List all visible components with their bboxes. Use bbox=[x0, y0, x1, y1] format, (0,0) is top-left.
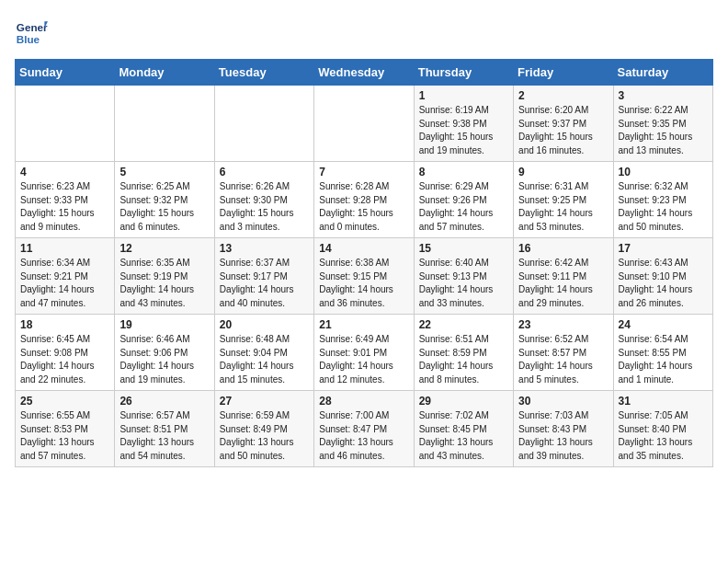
day-info: Sunrise: 6:31 AM Sunset: 9:25 PM Dayligh… bbox=[518, 180, 608, 234]
day-info: Sunrise: 6:29 AM Sunset: 9:26 PM Dayligh… bbox=[419, 180, 508, 234]
day-number: 24 bbox=[619, 318, 708, 331]
day-header-wednesday: Wednesday bbox=[314, 60, 414, 86]
logo: General Blue bbox=[15, 15, 51, 48]
day-info: Sunrise: 6:55 AM Sunset: 8:53 PM Dayligh… bbox=[20, 409, 109, 463]
day-number: 6 bbox=[220, 166, 309, 178]
calendar-cell: 20Sunrise: 6:48 AM Sunset: 9:04 PM Dayli… bbox=[214, 315, 313, 391]
calendar-cell: 26Sunrise: 6:57 AM Sunset: 8:51 PM Dayli… bbox=[115, 391, 214, 467]
day-header-friday: Friday bbox=[514, 60, 613, 86]
calendar-cell: 1Sunrise: 6:19 AM Sunset: 9:38 PM Daylig… bbox=[414, 86, 513, 162]
day-number: 3 bbox=[619, 89, 708, 102]
day-number: 10 bbox=[619, 166, 708, 178]
day-number: 12 bbox=[119, 242, 209, 255]
day-info: Sunrise: 6:43 AM Sunset: 9:10 PM Dayligh… bbox=[619, 257, 708, 310]
day-number: 18 bbox=[20, 318, 109, 331]
svg-text:Blue: Blue bbox=[17, 33, 40, 45]
day-info: Sunrise: 6:48 AM Sunset: 9:04 PM Dayligh… bbox=[220, 333, 309, 386]
day-number: 21 bbox=[319, 318, 408, 331]
calendar-cell: 18Sunrise: 6:45 AM Sunset: 9:08 PM Dayli… bbox=[16, 315, 115, 391]
day-number: 26 bbox=[119, 395, 209, 408]
day-info: Sunrise: 7:02 AM Sunset: 8:45 PM Dayligh… bbox=[419, 409, 508, 463]
day-info: Sunrise: 6:26 AM Sunset: 9:30 PM Dayligh… bbox=[220, 180, 309, 234]
calendar-cell: 25Sunrise: 6:55 AM Sunset: 8:53 PM Dayli… bbox=[16, 391, 115, 467]
logo-icon: General Blue bbox=[15, 15, 48, 48]
day-info: Sunrise: 6:45 AM Sunset: 9:08 PM Dayligh… bbox=[20, 333, 109, 386]
day-info: Sunrise: 6:46 AM Sunset: 9:06 PM Dayligh… bbox=[119, 333, 209, 386]
day-info: Sunrise: 6:49 AM Sunset: 9:01 PM Dayligh… bbox=[319, 333, 408, 386]
header-row: SundayMondayTuesdayWednesdayThursdayFrid… bbox=[16, 60, 713, 86]
day-number: 1 bbox=[419, 89, 508, 102]
calendar-cell: 14Sunrise: 6:38 AM Sunset: 9:15 PM Dayli… bbox=[314, 238, 414, 315]
page-header: General Blue bbox=[15, 15, 713, 48]
day-info: Sunrise: 6:34 AM Sunset: 9:21 PM Dayligh… bbox=[20, 257, 109, 310]
calendar-cell: 21Sunrise: 6:49 AM Sunset: 9:01 PM Dayli… bbox=[314, 315, 414, 391]
day-info: Sunrise: 6:28 AM Sunset: 9:28 PM Dayligh… bbox=[319, 180, 408, 234]
day-number: 31 bbox=[619, 395, 708, 408]
day-info: Sunrise: 6:51 AM Sunset: 8:59 PM Dayligh… bbox=[419, 333, 508, 386]
calendar-cell: 27Sunrise: 6:59 AM Sunset: 8:49 PM Dayli… bbox=[214, 391, 313, 467]
day-number: 13 bbox=[220, 242, 309, 255]
day-number: 11 bbox=[20, 242, 109, 255]
day-number: 16 bbox=[518, 242, 608, 255]
day-info: Sunrise: 6:35 AM Sunset: 9:19 PM Dayligh… bbox=[119, 257, 209, 310]
calendar-cell: 4Sunrise: 6:23 AM Sunset: 9:33 PM Daylig… bbox=[16, 162, 115, 238]
day-number: 7 bbox=[319, 166, 408, 178]
day-number: 25 bbox=[20, 395, 109, 408]
day-info: Sunrise: 6:54 AM Sunset: 8:55 PM Dayligh… bbox=[619, 333, 708, 386]
day-number: 5 bbox=[119, 166, 209, 178]
day-number: 27 bbox=[220, 395, 309, 408]
calendar-cell: 22Sunrise: 6:51 AM Sunset: 8:59 PM Dayli… bbox=[414, 315, 513, 391]
svg-text:General: General bbox=[17, 21, 48, 33]
day-number: 4 bbox=[20, 166, 109, 178]
calendar-cell: 6Sunrise: 6:26 AM Sunset: 9:30 PM Daylig… bbox=[214, 162, 313, 238]
day-info: Sunrise: 6:22 AM Sunset: 9:35 PM Dayligh… bbox=[619, 104, 708, 157]
calendar-cell: 16Sunrise: 6:42 AM Sunset: 9:11 PM Dayli… bbox=[514, 238, 613, 315]
calendar-cell: 19Sunrise: 6:46 AM Sunset: 9:06 PM Dayli… bbox=[115, 315, 214, 391]
calendar-cell bbox=[16, 86, 115, 162]
calendar-cell: 28Sunrise: 7:00 AM Sunset: 8:47 PM Dayli… bbox=[314, 391, 414, 467]
day-number: 29 bbox=[419, 395, 508, 408]
calendar-cell: 12Sunrise: 6:35 AM Sunset: 9:19 PM Dayli… bbox=[115, 238, 214, 315]
calendar-cell bbox=[314, 86, 414, 162]
day-number: 14 bbox=[319, 242, 408, 255]
calendar-cell bbox=[214, 86, 313, 162]
calendar-cell: 9Sunrise: 6:31 AM Sunset: 9:25 PM Daylig… bbox=[514, 162, 613, 238]
day-info: Sunrise: 7:00 AM Sunset: 8:47 PM Dayligh… bbox=[319, 409, 408, 463]
calendar-cell: 15Sunrise: 6:40 AM Sunset: 9:13 PM Dayli… bbox=[414, 238, 513, 315]
day-info: Sunrise: 6:59 AM Sunset: 8:49 PM Dayligh… bbox=[220, 409, 309, 463]
week-row-2: 4Sunrise: 6:23 AM Sunset: 9:33 PM Daylig… bbox=[16, 162, 713, 238]
calendar-cell: 7Sunrise: 6:28 AM Sunset: 9:28 PM Daylig… bbox=[314, 162, 414, 238]
day-number: 2 bbox=[518, 89, 608, 102]
day-info: Sunrise: 6:52 AM Sunset: 8:57 PM Dayligh… bbox=[518, 333, 608, 386]
calendar-cell: 11Sunrise: 6:34 AM Sunset: 9:21 PM Dayli… bbox=[16, 238, 115, 315]
day-number: 23 bbox=[518, 318, 608, 331]
day-number: 9 bbox=[518, 166, 608, 178]
calendar-table: SundayMondayTuesdayWednesdayThursdayFrid… bbox=[15, 59, 713, 467]
week-row-3: 11Sunrise: 6:34 AM Sunset: 9:21 PM Dayli… bbox=[16, 238, 713, 315]
day-info: Sunrise: 6:38 AM Sunset: 9:15 PM Dayligh… bbox=[319, 257, 408, 310]
day-info: Sunrise: 6:19 AM Sunset: 9:38 PM Dayligh… bbox=[419, 104, 508, 157]
day-header-tuesday: Tuesday bbox=[214, 60, 313, 86]
day-header-saturday: Saturday bbox=[613, 60, 712, 86]
day-info: Sunrise: 6:40 AM Sunset: 9:13 PM Dayligh… bbox=[419, 257, 508, 310]
day-header-sunday: Sunday bbox=[16, 60, 115, 86]
day-info: Sunrise: 7:05 AM Sunset: 8:40 PM Dayligh… bbox=[619, 409, 708, 463]
calendar-cell: 30Sunrise: 7:03 AM Sunset: 8:43 PM Dayli… bbox=[514, 391, 613, 467]
calendar-cell: 2Sunrise: 6:20 AM Sunset: 9:37 PM Daylig… bbox=[514, 86, 613, 162]
week-row-1: 1Sunrise: 6:19 AM Sunset: 9:38 PM Daylig… bbox=[16, 86, 713, 162]
week-row-4: 18Sunrise: 6:45 AM Sunset: 9:08 PM Dayli… bbox=[16, 315, 713, 391]
day-info: Sunrise: 6:20 AM Sunset: 9:37 PM Dayligh… bbox=[518, 104, 608, 157]
week-row-5: 25Sunrise: 6:55 AM Sunset: 8:53 PM Dayli… bbox=[16, 391, 713, 467]
day-number: 22 bbox=[419, 318, 508, 331]
day-header-thursday: Thursday bbox=[414, 60, 513, 86]
calendar-cell: 23Sunrise: 6:52 AM Sunset: 8:57 PM Dayli… bbox=[514, 315, 613, 391]
day-number: 19 bbox=[119, 318, 209, 331]
calendar-cell: 24Sunrise: 6:54 AM Sunset: 8:55 PM Dayli… bbox=[613, 315, 712, 391]
day-number: 20 bbox=[220, 318, 309, 331]
calendar-cell: 8Sunrise: 6:29 AM Sunset: 9:26 PM Daylig… bbox=[414, 162, 513, 238]
calendar-cell: 31Sunrise: 7:05 AM Sunset: 8:40 PM Dayli… bbox=[613, 391, 712, 467]
calendar-cell: 13Sunrise: 6:37 AM Sunset: 9:17 PM Dayli… bbox=[214, 238, 313, 315]
day-number: 28 bbox=[319, 395, 408, 408]
day-info: Sunrise: 6:32 AM Sunset: 9:23 PM Dayligh… bbox=[619, 180, 708, 234]
calendar-cell: 5Sunrise: 6:25 AM Sunset: 9:32 PM Daylig… bbox=[115, 162, 214, 238]
